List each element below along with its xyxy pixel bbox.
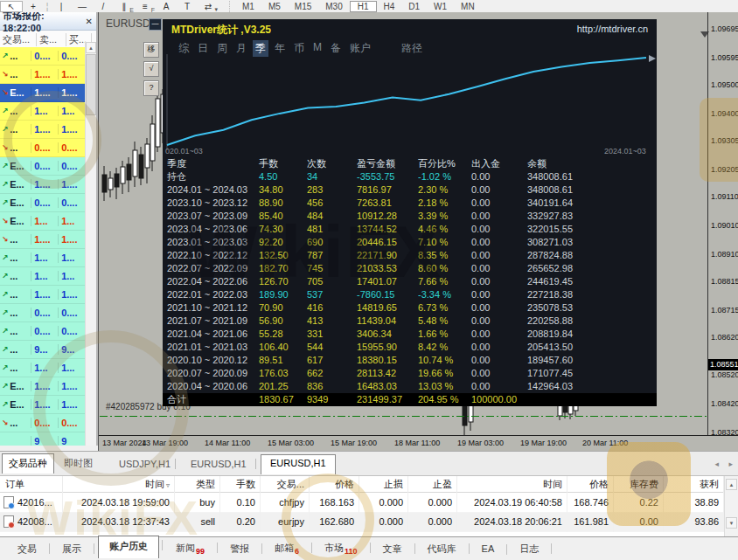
col-order[interactable]: 订单 xyxy=(0,476,63,494)
cursor-icon[interactable]: ↖ xyxy=(0,1,23,12)
col-profit[interactable]: 获利 xyxy=(664,476,724,494)
vertical-line-icon[interactable]: | xyxy=(51,1,72,12)
chart-tab[interactable]: EURUSD,H1 xyxy=(182,456,255,473)
col-sl[interactable]: 止损 xyxy=(359,476,408,494)
col-lots[interactable]: 手数 xyxy=(220,476,261,494)
market-watch-scrollbar[interactable]: ▲ ▼ xyxy=(85,42,97,446)
scroll-down-icon[interactable]: ▼ xyxy=(726,517,737,529)
market-watch-row[interactable]: ↗ E... 0.... 0.... xyxy=(0,194,85,212)
market-watch-row[interactable]: ↗ ... 1.... 1.... xyxy=(0,286,85,304)
market-watch-row[interactable]: 9 9 xyxy=(0,432,85,446)
tab-scroll-right-icon[interactable]: ▸ xyxy=(728,460,733,468)
market-watch-tab[interactable]: 即时图 xyxy=(58,454,99,472)
market-watch-row[interactable]: ↗ ... 1... 1... xyxy=(0,267,85,286)
col-close-price[interactable]: 价格 xyxy=(567,476,614,494)
col-swap[interactable]: 库存费 xyxy=(614,476,664,494)
help-panel-button[interactable]: ? xyxy=(143,80,159,96)
price-up-icon: ↗ xyxy=(0,290,10,299)
col-open-price[interactable]: 价格 xyxy=(310,476,359,494)
col-symbol[interactable]: 交易... xyxy=(261,476,310,494)
column-bid[interactable]: 卖... xyxy=(37,33,66,46)
text-label-icon[interactable]: T xyxy=(177,1,198,12)
chart-tab[interactable]: USDJPY,H1 xyxy=(110,456,179,473)
order-row[interactable]: 42008... 2024.03.18 12:37:43 sell 0.20 e… xyxy=(0,512,724,531)
bottom-tab[interactable]: 日志 xyxy=(511,540,547,558)
col-tp[interactable]: 止盈 xyxy=(408,476,457,494)
tab-scroll-left-icon[interactable]: ◂ xyxy=(714,460,719,468)
market-watch-row[interactable]: ↘ ... 0.... 0.... xyxy=(0,139,85,157)
statistics-url-link[interactable]: http://mtdriver.cn xyxy=(577,24,648,34)
fibonacci-icon[interactable]: ≡ F xyxy=(135,1,156,12)
market-watch-row[interactable]: ↗ ... 1... 1... xyxy=(0,249,85,267)
statistics-panel[interactable]: MTDriver统计 ,V3.25 http://mtdriver.cn 综日周… xyxy=(163,19,657,405)
market-watch-row[interactable]: ↗ E... 1.... 1.... xyxy=(0,377,85,396)
timeframe-button[interactable]: W1 xyxy=(427,1,454,12)
horizontal-line-icon[interactable]: — xyxy=(72,1,93,12)
timeframe-button[interactable]: H1 xyxy=(350,1,377,12)
timeframe-button[interactable]: M5 xyxy=(261,1,288,12)
timeframe-button[interactable]: D1 xyxy=(401,1,427,12)
chart-area[interactable]: EURUSD — 移 √ ? #420285972 buy 0.10 1.096… xyxy=(98,12,738,451)
bottom-tab[interactable]: 文章 xyxy=(374,540,411,558)
trendline-icon[interactable]: / xyxy=(93,1,114,12)
market-watch-row[interactable]: ↗ ... 0.... 0.... xyxy=(0,304,85,322)
bottom-tab[interactable]: 警报 xyxy=(221,540,258,558)
order-row[interactable]: 42016... 2024.03.18 19:59:00 buy 0.10 ch… xyxy=(0,493,724,512)
ask-price: 0.... xyxy=(58,142,85,153)
market-watch-row[interactable]: ↗ E... 1.... 1.... xyxy=(0,176,85,194)
market-watch-row[interactable]: ↗ E... 1.... 1.... xyxy=(0,396,85,414)
bottom-tab[interactable]: 新闻99 xyxy=(167,539,213,558)
move-panel-button[interactable]: 移 xyxy=(143,42,159,58)
chart-tab[interactable]: EURUSD,H1 xyxy=(261,454,336,474)
bottom-tab[interactable]: EA xyxy=(473,541,504,557)
bottom-tab[interactable]: 代码库 xyxy=(419,540,465,558)
confirm-panel-button[interactable]: √ xyxy=(143,61,159,77)
market-watch-row[interactable]: ↗ ... 0.... 0.... xyxy=(0,47,85,66)
toolbar-separator[interactable]: ¦ xyxy=(44,1,51,12)
col-close-time[interactable]: 时间 xyxy=(457,476,567,494)
ask-price: 1... xyxy=(58,363,85,373)
order-type: buy xyxy=(175,493,220,513)
scrollbar-thumb[interactable] xyxy=(86,54,96,115)
timeframe-button[interactable]: M15 xyxy=(288,1,318,12)
market-watch-row[interactable]: ↗ ... 9... 9... xyxy=(0,341,85,359)
bottom-tab[interactable]: 账户历史 xyxy=(98,536,159,558)
text-icon[interactable]: A xyxy=(156,1,177,12)
bottom-tab[interactable]: 邮箱6 xyxy=(266,539,308,558)
market-watch-row[interactable]: ↗ ... 1... 1... xyxy=(0,102,85,121)
market-watch-row[interactable]: ↘ ... 1.... 1.... xyxy=(0,231,85,249)
bottom-tab[interactable]: 市场110 xyxy=(316,539,366,558)
market-watch-row[interactable]: ↗ E... 0.... 0.... xyxy=(0,157,85,176)
time-axis[interactable]: 13 Mar 202413 Mar 19:0014 Mar 11:0015 Ma… xyxy=(99,435,738,452)
timeframe-button[interactable]: M1 xyxy=(235,1,261,12)
equidistant-channel-icon[interactable]: ∥ E xyxy=(114,1,135,12)
column-symbol[interactable]: 交易... xyxy=(0,33,37,46)
arrows-icon[interactable]: ⇄ ▾ xyxy=(198,1,219,12)
close-icon[interactable]: ✕ xyxy=(86,17,93,26)
orders-scrollbar[interactable]: ▲ ▼ xyxy=(724,476,738,537)
market-watch-row[interactable]: ↘ E... 1... 1... xyxy=(0,212,85,231)
time-axis-label: 20 Mar 11:00 xyxy=(582,439,628,447)
scroll-up-icon[interactable]: ▲ xyxy=(86,42,96,53)
col-open-time[interactable]: 时间▿ xyxy=(63,476,175,494)
trades-count: 690 xyxy=(307,236,357,249)
bottom-tab[interactable]: 交易 xyxy=(9,540,45,558)
market-watch-row[interactable]: ↗ ... 1... 1... xyxy=(0,359,85,377)
market-watch-row[interactable]: ↗ ... 1.... 1.... xyxy=(0,121,85,139)
market-watch-row[interactable]: ↘ ... 0.... 0.... xyxy=(0,414,85,432)
curve-end-label: 2024.01~03 xyxy=(604,147,646,156)
statistics-menu-item[interactable]: M xyxy=(310,40,324,54)
bottom-tab[interactable]: 展示 xyxy=(53,540,90,558)
scroll-up-icon[interactable]: ▲ xyxy=(726,479,737,490)
curve-start-label: 020.01~03 xyxy=(165,147,203,156)
market-watch-row[interactable]: ↗ ... 0.... 0.... xyxy=(0,322,85,341)
timeframe-button[interactable]: MN xyxy=(454,1,482,12)
timeframe-button[interactable]: H4 xyxy=(377,1,402,12)
market-watch-row[interactable]: ↘ ... 1.... 1.... xyxy=(0,66,85,84)
market-watch-row[interactable]: ↘ E... 1.... 1.... xyxy=(0,84,85,102)
minimize-panel-icon[interactable]: — xyxy=(149,18,162,31)
timeframe-button[interactable]: M30 xyxy=(318,1,349,12)
crosshair-icon[interactable]: + xyxy=(23,1,44,12)
col-type[interactable]: 类型 xyxy=(175,476,220,494)
market-watch-tab[interactable]: 交易品种 xyxy=(2,453,54,474)
